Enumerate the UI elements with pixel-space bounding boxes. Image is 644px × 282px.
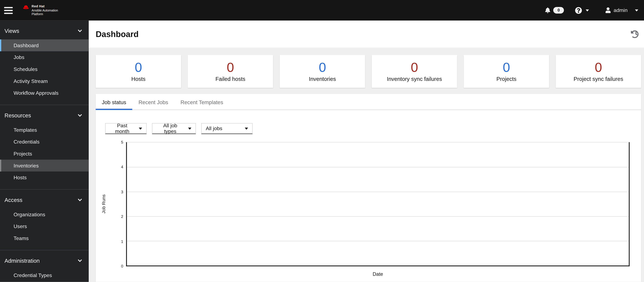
sidebar-item-schedules[interactable]: Schedules [0, 63, 89, 75]
notifications-button[interactable]: 0 [545, 7, 564, 13]
card-label: Inventory sync failures [387, 76, 442, 82]
y-axis-title: Job Runs [101, 189, 106, 219]
sidebar-item-inventories[interactable]: Inventories [0, 160, 89, 172]
caret-down-icon [245, 127, 248, 130]
y-tick: 5 [121, 140, 123, 144]
job-status-panel: Job status Recent Jobs Recent Templates … [96, 94, 641, 282]
chevron-down-icon [78, 28, 82, 32]
gridline [127, 241, 629, 241]
sidebar-item-credentials[interactable]: Credentials [0, 136, 89, 148]
y-tick: 1 [121, 240, 123, 243]
sidebar-item-credential-types[interactable]: Credential Types [0, 269, 89, 281]
y-tick: 3 [121, 190, 123, 194]
brand-product-line1: Ansible Automation [32, 8, 58, 12]
caret-down-icon [188, 127, 192, 130]
sidebar-item-jobs[interactable]: Jobs [0, 51, 89, 63]
nav-toggle-button[interactable] [3, 4, 16, 17]
user-icon [605, 7, 611, 13]
main-area: Dashboard 0 Hosts 0 Failed hosts [89, 20, 644, 282]
nav-section-label: Resources [4, 112, 31, 118]
card-failed-hosts: 0 Failed hosts [188, 55, 273, 88]
page-title: Dashboard [96, 29, 138, 39]
sidebar-item-hosts[interactable]: Hosts [0, 171, 89, 183]
user-menu-button[interactable]: admin [605, 7, 638, 13]
inventories-count-link[interactable]: 0 [319, 61, 326, 74]
summary-cards: 0 Hosts 0 Failed hosts 0 Inventories 0 I… [96, 55, 641, 88]
notification-count-badge: 0 [553, 7, 564, 13]
nav-section-administration: Administration Credential Types Notifica… [0, 250, 89, 282]
question-circle-icon [575, 7, 582, 14]
hosts-count-link[interactable]: 0 [135, 61, 142, 74]
card-inventory-sync-failures: 0 Inventory sync failures [372, 55, 457, 88]
chevron-down-icon [78, 197, 82, 201]
help-menu-button[interactable] [575, 7, 589, 14]
sidebar-item-users[interactable]: Users [0, 221, 89, 232]
card-label: Projects [496, 76, 516, 82]
nav-section-label: Access [4, 197, 22, 203]
tab-recent-jobs[interactable]: Recent Jobs [132, 96, 174, 110]
user-name: admin [614, 7, 628, 13]
app-window: Red Hat Ansible Automation Platform 0 [0, 0, 644, 282]
chart-y-axis: Job Runs 5 4 3 2 1 0 [96, 142, 126, 266]
nav-section-access: Access Organizations Users Teams [0, 190, 89, 251]
job-runs-chart: Job Runs 5 4 3 2 1 0 [96, 142, 630, 266]
projects-count-link[interactable]: 0 [503, 61, 510, 74]
sidebar-item-teams[interactable]: Teams [0, 232, 89, 244]
card-label: Hosts [132, 76, 146, 82]
tabstrip: Job status Recent Jobs Recent Templates [96, 94, 641, 110]
tab-recent-templates[interactable]: Recent Templates [174, 96, 229, 110]
sidebar-item-activity-stream[interactable]: Activity Stream [0, 75, 89, 87]
page-header: Dashboard [89, 20, 644, 48]
sidebar-item-dashboard[interactable]: Dashboard [0, 39, 89, 51]
tab-job-status[interactable]: Job status [96, 96, 132, 110]
chart-filters: Past month All job types All jobs [105, 123, 641, 134]
project-sync-failures-count-link[interactable]: 0 [595, 61, 602, 74]
job-type-select[interactable]: All job types [152, 123, 196, 134]
redhat-fedora-icon [22, 5, 29, 10]
sidebar-item-organizations[interactable]: Organizations [0, 209, 89, 221]
brand-product-line2: Platform [32, 12, 58, 16]
masthead: Red Hat Ansible Automation Platform 0 [0, 0, 644, 20]
sidebar-item-notifications[interactable]: Notifications [0, 281, 89, 282]
y-tick: 0 [121, 264, 123, 268]
card-project-sync-failures: 0 Project sync failures [556, 55, 641, 88]
failed-hosts-count-link[interactable]: 0 [227, 61, 234, 74]
help-caret-icon [586, 9, 589, 11]
gridline [127, 192, 629, 192]
chevron-down-icon [78, 258, 82, 262]
card-inventories: 0 Inventories [280, 55, 365, 88]
nav-section-views: Views Dashboard Jobs Schedules Activity … [0, 20, 89, 105]
nav-section-resources: Resources Templates Credentials Projects… [0, 105, 89, 190]
card-label: Failed hosts [216, 76, 245, 82]
nav-section-access-toggle[interactable]: Access [0, 194, 89, 206]
nav-section-resources-toggle[interactable]: Resources [0, 109, 89, 121]
card-hosts: 0 Hosts [96, 55, 181, 88]
history-icon [630, 30, 638, 38]
y-tick: 4 [121, 165, 123, 169]
history-button[interactable] [629, 29, 640, 39]
sidebar-item-templates[interactable]: Templates [0, 124, 89, 136]
period-select[interactable]: Past month [105, 123, 147, 134]
gridline [127, 167, 629, 168]
card-label: Inventories [309, 76, 336, 82]
nav-section-views-toggle[interactable]: Views [0, 24, 89, 37]
x-axis-title: Date [126, 271, 630, 277]
sidebar-item-workflow-approvals[interactable]: Workflow Approvals [0, 87, 89, 99]
period-select-value: Past month [110, 123, 135, 134]
job-filter-select[interactable]: All jobs [201, 123, 253, 134]
chart-plot-area [126, 142, 630, 266]
y-tick: 2 [121, 215, 123, 219]
brand-logo: Red Hat Ansible Automation Platform [22, 5, 58, 16]
card-label: Project sync failures [574, 76, 623, 82]
nav-section-label: Views [4, 28, 19, 34]
nav-section-administration-toggle[interactable]: Administration [0, 255, 89, 267]
inventory-sync-failures-count-link[interactable]: 0 [411, 61, 418, 74]
nav-section-label: Administration [4, 258, 40, 264]
job-filter-select-value: All jobs [206, 126, 222, 131]
dashboard-content: 0 Hosts 0 Failed hosts 0 Inventories 0 I… [89, 47, 644, 282]
job-type-select-value: All job types [156, 123, 184, 134]
user-caret-icon [635, 9, 638, 11]
sidebar-nav: Views Dashboard Jobs Schedules Activity … [0, 20, 89, 282]
sidebar-item-projects[interactable]: Projects [0, 148, 89, 160]
bell-icon [545, 7, 550, 13]
